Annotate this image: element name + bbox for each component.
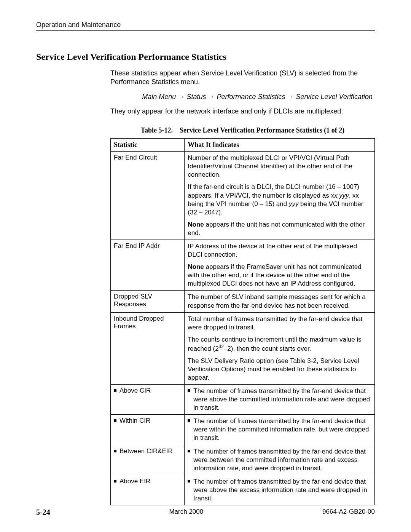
desc-para: Total number of frames transmitted by th… xyxy=(188,315,371,332)
stat-desc: The number of frames transmitted by the … xyxy=(185,415,375,445)
desc-para: The counts continue to increment until t… xyxy=(188,335,371,353)
page: Operation and Maintenance Service Level … xyxy=(0,0,411,532)
stat-label: Above EIR xyxy=(119,478,150,485)
body-block: These statistics appear when Service Lev… xyxy=(110,69,375,505)
bullet-icon xyxy=(114,389,116,392)
page-footer: 5-24 March 2000 9664-A2-GB20-00 xyxy=(36,508,375,517)
document-number: 9664-A2-GB20-00 xyxy=(322,508,375,517)
table-row: Above EIR The number of frames transmitt… xyxy=(111,475,375,505)
stat-desc: The number of frames transmitted by the … xyxy=(185,445,375,475)
arrow-icon: → xyxy=(287,93,296,101)
text-bold: None xyxy=(188,221,204,228)
stat-name: Dropped SLV Responses xyxy=(111,291,185,312)
desc-para: IP Address of the device at the other en… xyxy=(188,242,371,259)
text-bold: None xyxy=(188,263,204,270)
text: –2), then the count starts over. xyxy=(224,345,311,352)
stat-name: Far End IP Addr xyxy=(111,240,185,291)
statistics-table: Statistic What It Indicates Far End Circ… xyxy=(110,138,375,505)
desc-para: The number of SLV inband sample messages… xyxy=(188,293,371,310)
table-row: Inbound Dropped Frames Total number of f… xyxy=(111,312,375,384)
bullet-icon xyxy=(188,389,190,392)
table-caption-label: Table 5-12. xyxy=(141,126,173,134)
desc-para: Number of the multiplexed DLCI or VPI/VC… xyxy=(188,154,371,179)
header-rule xyxy=(36,30,375,31)
page-number: 5-24 xyxy=(36,508,50,517)
running-header: Operation and Maintenance xyxy=(36,21,375,29)
bullet-icon xyxy=(114,450,116,452)
stat-desc: Number of the multiplexed DLCI or VPI/VC… xyxy=(185,152,375,240)
bullet-icon xyxy=(114,419,116,422)
bullet-icon xyxy=(114,480,116,482)
table-row: Between CIR&EIR The number of frames tra… xyxy=(111,445,375,475)
table-caption: Table 5-12. Service Level Verification P… xyxy=(110,126,375,134)
footer-date: March 2000 xyxy=(169,508,203,517)
table-header-row: Statistic What It Indicates xyxy=(111,139,375,152)
text-italic: yyy xyxy=(289,200,299,208)
stat-label: Within CIR xyxy=(119,417,150,425)
stat-desc: Total number of frames transmitted by th… xyxy=(185,312,375,384)
table-row: Above CIR The number of frames transmitt… xyxy=(111,384,375,414)
col-header-indicates: What It Indicates xyxy=(185,139,375,152)
table-row: Far End Circuit Number of the multiplexe… xyxy=(111,152,375,240)
desc-para: None appears if the unit has not communi… xyxy=(188,220,371,237)
text: appears if the FrameSaver unit has not c… xyxy=(188,263,361,287)
table-row: Within CIR The number of frames transmit… xyxy=(111,415,375,445)
superscript: 32 xyxy=(219,344,224,349)
desc-para: The SLV Delivery Ratio option (see Table… xyxy=(188,357,371,382)
text: The xyxy=(188,357,201,364)
stat-label: Above CIR xyxy=(119,387,151,395)
arrow-icon: → xyxy=(178,93,186,101)
desc-text: The number of frames transmitted by the … xyxy=(193,447,371,473)
breadcrumb-item: Main Menu xyxy=(142,93,176,101)
stat-name: Within CIR xyxy=(111,415,185,445)
table-row: Dropped SLV Responses The number of SLV … xyxy=(111,291,375,312)
desc-para: If the far-end circuit is a DLCI, the DL… xyxy=(188,183,371,216)
stat-desc: The number of frames transmitted by the … xyxy=(185,384,375,414)
text: appears if the unit has not communicated… xyxy=(188,221,365,236)
breadcrumb-item: Status xyxy=(186,93,206,101)
desc-para: None appears if the FrameSaver unit has … xyxy=(188,263,371,288)
intro-paragraph-1: These statistics appear when Service Lev… xyxy=(110,69,375,87)
col-header-statistic: Statistic xyxy=(111,139,185,152)
table-caption-text: Service Level Verification Performance S… xyxy=(180,126,344,134)
bullet-icon xyxy=(188,450,190,452)
cross-reference-link[interactable]: SLV Delivery Ratio xyxy=(201,357,254,364)
stat-desc: The number of frames transmitted by the … xyxy=(185,475,375,505)
breadcrumb-item: Performance Statistics xyxy=(217,93,285,101)
bullet-icon xyxy=(188,419,190,422)
text-italic: xx,yyy xyxy=(331,192,349,199)
breadcrumb-item: Service Level Verification xyxy=(296,93,373,101)
stat-desc: IP Address of the device at the other en… xyxy=(185,240,375,291)
stat-name: Between CIR&EIR xyxy=(111,445,185,475)
stat-desc: The number of SLV inband sample messages… xyxy=(185,291,375,312)
desc-text: The number of frames transmitted by the … xyxy=(193,478,371,503)
stat-name: Inbound Dropped Frames xyxy=(111,312,185,384)
bullet-icon xyxy=(188,480,190,482)
table-row: Far End IP Addr IP Address of the device… xyxy=(111,240,375,291)
arrow-icon: → xyxy=(208,93,217,101)
desc-text: The number of frames transmitted by the … xyxy=(193,387,371,412)
stat-name: Above CIR xyxy=(111,384,185,414)
section-title: Service Level Verification Performance S… xyxy=(36,52,375,62)
intro-paragraph-2: They only appear for the network interfa… xyxy=(110,107,375,116)
desc-text: The number of frames transmitted by the … xyxy=(193,417,371,442)
stat-name: Above EIR xyxy=(111,475,185,505)
stat-label: Between CIR&EIR xyxy=(119,447,173,455)
menu-path: Main Menu → Status → Performance Statist… xyxy=(110,93,375,101)
stat-name: Far End Circuit xyxy=(111,152,185,240)
